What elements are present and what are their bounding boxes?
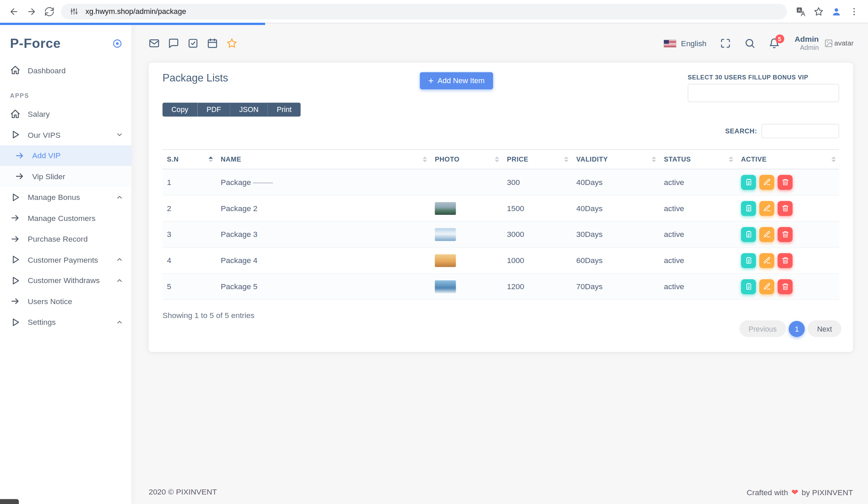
view-button[interactable]	[741, 174, 756, 189]
sidebar-item-label: Customer Payments	[28, 255, 98, 264]
pagination: Previous 1 Next	[739, 320, 841, 337]
sidebar-item-users-notice[interactable]: Users Notice	[0, 291, 132, 312]
play-icon	[10, 317, 20, 327]
home-icon	[10, 109, 20, 119]
footer: 2020 © PIXINVENT Crafted with ❤ by PIXIN…	[148, 487, 853, 497]
cell-name: Package 5	[216, 274, 430, 300]
column-header-name[interactable]: NAME	[216, 150, 430, 169]
footer-copyright: 2020 © PIXINVENT	[148, 487, 217, 497]
table-search-input[interactable]	[762, 124, 839, 139]
sidebar-item-vip-slider[interactable]: Vip Slider	[0, 166, 132, 187]
sort-arrows-icon	[423, 157, 427, 162]
sidebar-item-manage-customers[interactable]: Manage Customers	[0, 208, 132, 229]
avatar[interactable]: avatar	[824, 39, 854, 48]
cell-status: active	[660, 169, 736, 195]
menu-collapse-icon[interactable]	[112, 38, 122, 49]
cell-actions	[736, 195, 839, 221]
delete-button[interactable]	[777, 174, 792, 189]
sidebar-item-customer-withdraws[interactable]: Customer Withdraws	[0, 270, 132, 291]
previous-page-button[interactable]: Previous	[739, 320, 786, 337]
star-icon[interactable]	[226, 38, 237, 49]
delete-button[interactable]	[777, 253, 792, 268]
cell-actions	[736, 221, 839, 248]
sidebar-item-dashboard[interactable]: Dashboard	[0, 60, 132, 81]
browser-status-chip	[0, 499, 19, 504]
sidebar-item-label: Salary	[28, 110, 50, 119]
brand-logo[interactable]: P-Force	[10, 36, 61, 51]
header-right: English 5 Admin Admin avatar	[664, 34, 854, 52]
package-lists-card: Package Lists + Add New Item SELECT 30 U…	[148, 63, 853, 352]
chat-icon[interactable]	[168, 38, 179, 49]
sidebar-item-add-vip[interactable]: Add VIP	[0, 145, 132, 166]
language-selector[interactable]: English	[681, 39, 706, 48]
column-header-photo[interactable]: PHOTO	[430, 150, 503, 169]
column-label: NAME	[221, 155, 241, 163]
translate-icon[interactable]: A	[793, 3, 809, 20]
us-flag-icon[interactable]	[664, 40, 676, 47]
export-json-button[interactable]: JSON	[230, 103, 268, 117]
view-button[interactable]	[741, 227, 756, 242]
column-header-s-n[interactable]: S.N	[163, 150, 216, 169]
view-button[interactable]	[741, 253, 756, 268]
sidebar-item-purchase-record[interactable]: Purchase Record	[0, 229, 132, 249]
column-header-price[interactable]: PRICE	[503, 150, 572, 169]
column-header-status[interactable]: STATUS	[660, 150, 736, 169]
sidebar-item-our-vips[interactable]: Our VIPS	[0, 124, 132, 145]
column-header-active[interactable]: ACTIVE	[736, 150, 839, 169]
todo-icon[interactable]	[187, 38, 199, 49]
fullscreen-icon[interactable]	[720, 38, 731, 49]
bonus-vip-input[interactable]	[688, 84, 839, 102]
table-row: 1Package30040Daysactive	[163, 169, 839, 195]
next-page-button[interactable]: Next	[808, 320, 841, 337]
export-pdf-button[interactable]: PDF	[198, 103, 230, 117]
cell-validity: 30Days	[572, 221, 659, 248]
edit-button[interactable]	[759, 253, 774, 268]
view-button[interactable]	[741, 201, 756, 215]
forward-icon[interactable]	[23, 3, 40, 20]
address-bar[interactable]: xg.hwym.shop/admin/package	[61, 4, 787, 19]
edit-button[interactable]	[759, 201, 774, 215]
edit-button[interactable]	[759, 227, 774, 242]
package-photo	[435, 228, 456, 241]
site-info-icon[interactable]	[65, 3, 82, 20]
profile-icon[interactable]	[828, 3, 845, 20]
cell-validity: 40Days	[572, 195, 659, 221]
notification-badge: 5	[775, 34, 784, 43]
delete-button[interactable]	[777, 227, 792, 242]
play-icon	[10, 254, 20, 265]
page-number-button[interactable]: 1	[789, 321, 805, 337]
cell-status: active	[660, 195, 736, 221]
cell-sn: 5	[163, 274, 216, 300]
delete-button[interactable]	[777, 201, 792, 215]
sidebar: P-Force Dashboard APPS SalaryOur VIPSAdd…	[0, 23, 132, 504]
arrow-icon	[10, 233, 20, 244]
back-icon[interactable]	[6, 3, 22, 20]
bookmark-star-icon[interactable]	[810, 3, 827, 20]
delete-button[interactable]	[777, 279, 792, 294]
sidebar-item-settings[interactable]: Settings	[0, 312, 132, 332]
refresh-icon[interactable]	[41, 3, 58, 20]
user-menu[interactable]: Admin Admin	[795, 34, 819, 52]
mail-icon[interactable]	[148, 38, 160, 49]
sort-arrows-icon	[495, 157, 499, 162]
search-icon[interactable]	[744, 38, 755, 49]
export-copy-button[interactable]: Copy	[163, 103, 198, 117]
home-icon	[10, 65, 20, 76]
notifications-icon[interactable]: 5	[769, 38, 780, 49]
sidebar-item-customer-payments[interactable]: Customer Payments	[0, 249, 132, 270]
sidebar-item-manage-bonus[interactable]: Manage Bonus	[0, 187, 132, 208]
cell-actions	[736, 274, 839, 300]
calendar-icon[interactable]	[207, 38, 218, 49]
add-new-item-button[interactable]: + Add New Item	[420, 72, 493, 90]
cell-name: Package 3	[216, 221, 430, 248]
edit-button[interactable]	[759, 174, 774, 189]
edit-button[interactable]	[759, 279, 774, 294]
sidebar-item-label: Purchase Record	[28, 234, 88, 243]
export-print-button[interactable]: Print	[268, 103, 300, 117]
play-icon	[10, 275, 20, 286]
view-button[interactable]	[741, 279, 756, 294]
sidebar-item-salary[interactable]: Salary	[0, 103, 132, 124]
column-label: PHOTO	[435, 155, 459, 163]
column-header-validity[interactable]: VALIDITY	[572, 150, 659, 169]
browser-menu-icon[interactable]	[846, 3, 862, 20]
